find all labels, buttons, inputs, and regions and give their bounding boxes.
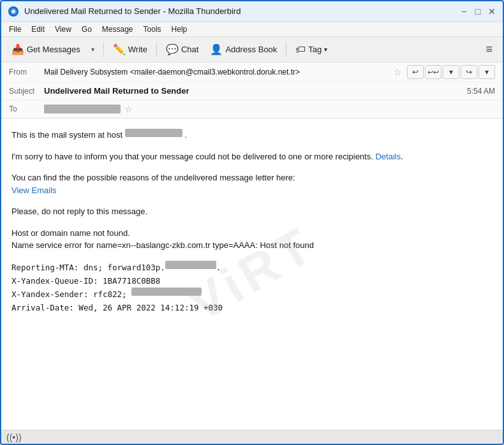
reply-button[interactable]: ↩ (407, 65, 424, 79)
reporting-mta-text: Reporting-MTA: dns; forward103p. (11, 263, 165, 272)
reply-all-button[interactable]: ↩↩ (425, 65, 441, 79)
tag-dropdown-icon: ▾ (324, 46, 327, 53)
main-window: Undelivered Mail Returned to Sender - Mo… (0, 0, 504, 445)
queue-id-line: X-Yandex-Queue-ID: 1BA7718C0BB8 (11, 274, 493, 288)
to-value-blurred (44, 105, 121, 113)
write-label: Write (128, 45, 147, 54)
view-emails-link[interactable]: View Emails (11, 186, 57, 195)
tag-icon: 🏷 (295, 44, 306, 55)
body-line3-text: You can find the the possible reasons of… (11, 173, 295, 182)
svg-point-2 (12, 10, 15, 13)
tag-label: Tag (308, 45, 322, 54)
body-line2: I'm sorry to have to inform you that you… (11, 150, 493, 163)
reporting-end: . (216, 263, 221, 272)
statusbar: ((•)) (1, 430, 503, 444)
email-header: From Mail Delivery Subsystem <mailer-dae… (1, 62, 503, 119)
body-line1-end: . (184, 130, 187, 140)
window-controls: − □ ✕ (459, 7, 496, 16)
subject-value: Undelivered Mail Returned to Sender (44, 86, 467, 96)
subject-row: Subject Undelivered Mail Returned to Sen… (1, 82, 503, 100)
host-blurred (125, 129, 182, 137)
get-messages-icon: 📥 (11, 43, 24, 55)
get-messages-label: Get Messages (27, 45, 80, 54)
forward-button[interactable]: ↪ (461, 65, 477, 79)
toolbar-sep-3 (286, 42, 286, 57)
menu-edit[interactable]: Edit (26, 24, 50, 35)
chat-icon: 💬 (166, 43, 179, 55)
body-line3: You can find the the possible reasons of… (11, 171, 493, 196)
menubar: File Edit View Go Message Tools Help (1, 22, 503, 37)
to-star-icon[interactable]: ☆ (124, 104, 133, 114)
maximize-button[interactable]: □ (473, 7, 482, 16)
chat-label: Chat (181, 45, 198, 54)
email-time: 5:54 AM (467, 87, 495, 96)
tag-button[interactable]: 🏷 Tag ▾ (290, 41, 332, 58)
body-line1-text: This is the mail system at host (11, 130, 125, 140)
menu-file[interactable]: File (4, 24, 26, 35)
minimize-button[interactable]: − (459, 7, 468, 16)
yandex-sender-line: X-Yandex-Sender: rfc822; (11, 288, 493, 301)
write-button[interactable]: ✏️ Write (108, 41, 152, 58)
write-icon: ✏️ (113, 43, 126, 55)
email-body: ViRT This is the mail system at host . I… (1, 119, 503, 430)
yandex-sender-text: X-Yandex-Sender: rfc822; (11, 289, 127, 299)
sender-blurred (131, 288, 202, 296)
star-icon[interactable]: ☆ (394, 67, 402, 77)
menu-go[interactable]: Go (77, 24, 97, 35)
from-label: From (9, 68, 44, 77)
nav-down-button[interactable]: ▾ (443, 65, 459, 79)
from-row: From Mail Delivery Subsystem <mailer-dae… (1, 62, 503, 82)
status-icon: ((•)) (6, 432, 22, 442)
get-messages-button[interactable]: 📥 Get Messages (6, 41, 85, 58)
chat-button[interactable]: 💬 Chat (161, 41, 204, 58)
to-label: To (9, 105, 44, 113)
hamburger-button[interactable]: ≡ (480, 40, 498, 59)
toolbar-sep-1 (103, 42, 104, 57)
window-title: Undelivered Mail Returned to Sender - Mo… (24, 6, 459, 16)
from-value: Mail Delivery Subsystem <mailer-daemon@c… (44, 68, 390, 77)
menu-help[interactable]: Help (167, 24, 193, 35)
address-book-button[interactable]: 👤 Address Book (205, 41, 282, 58)
reporting-blurred (165, 261, 216, 269)
menu-view[interactable]: View (50, 24, 77, 35)
body-line5-6: Host or domain name not found. Name serv… (11, 227, 493, 252)
details-link[interactable]: Details (375, 152, 401, 161)
arrival-date-line: Arrival-Date: Wed, 26 APR 2022 14:12:19 … (11, 301, 493, 314)
titlebar: Undelivered Mail Returned to Sender - Mo… (1, 1, 503, 22)
body-line6: Name service error for name=xn--baslangc… (11, 240, 314, 250)
close-button[interactable]: ✕ (487, 7, 496, 16)
nav-more-button[interactable]: ▾ (478, 65, 495, 79)
nav-icons: ↩ ↩↩ ▾ ↪ ▾ (407, 65, 495, 79)
body-line2-text: I'm sorry to have to inform you that you… (11, 152, 375, 161)
reporting-mta-line: Reporting-MTA: dns; forward103p. . (11, 261, 493, 274)
get-messages-dropdown[interactable]: ▾ (87, 41, 100, 59)
address-book-label: Address Book (225, 45, 277, 54)
to-row: To ☆ (1, 100, 503, 118)
menu-message[interactable]: Message (97, 24, 138, 35)
body-line2-end: . (401, 152, 403, 161)
app-icon (8, 6, 19, 17)
body-line4: Please, do not reply to this message. (11, 205, 493, 218)
menu-tools[interactable]: Tools (138, 24, 167, 35)
body-line1: This is the mail system at host . (11, 129, 493, 142)
body-line5: Host or domain name not found. (11, 228, 130, 238)
address-book-icon: 👤 (210, 43, 223, 55)
toolbar: 📥 Get Messages ▾ ✏️ Write 💬 Chat 👤 Addre… (1, 37, 503, 62)
email-technical-info: Reporting-MTA: dns; forward103p. . X-Yan… (11, 261, 493, 315)
toolbar-sep-2 (156, 42, 157, 57)
subject-label: Subject (9, 87, 44, 96)
